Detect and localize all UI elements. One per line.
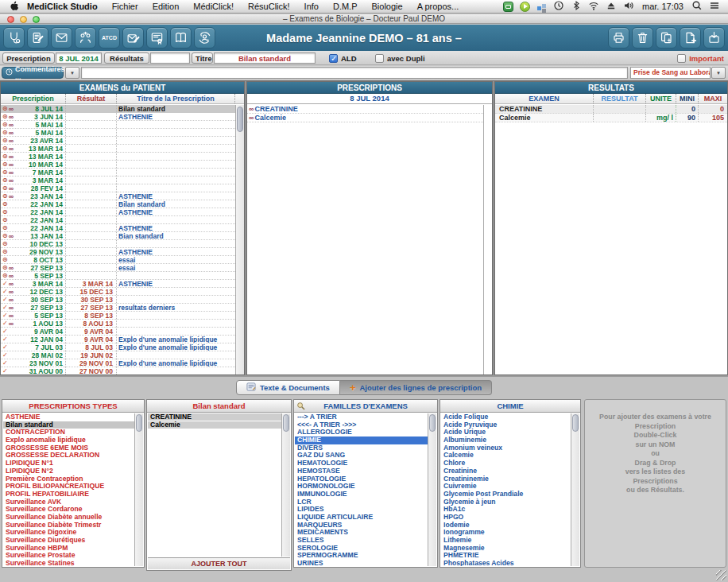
chimie-exam-item[interactable]: Calcemie xyxy=(441,452,571,460)
examen-row[interactable]: ✓12 JAN 049 AVR 04Explo d'une anomalie l… xyxy=(1,336,235,343)
time-machine-icon[interactable] xyxy=(553,0,564,13)
certificate-button[interactable] xyxy=(146,27,168,48)
prescription-type-item[interactable]: Surveillance Cordarone xyxy=(3,506,134,514)
examen-row[interactable]: ⊙∞10 MAR 14 xyxy=(1,161,235,169)
examen-row[interactable]: ⊙∞5 MAI 14 xyxy=(1,121,235,129)
examen-row[interactable]: ⊙22 JAN 14ASTHENIE xyxy=(1,208,235,216)
examen-row[interactable]: ⊙∞5 SEP 13 xyxy=(1,272,235,280)
prescription-type-item[interactable]: PROFIL HÉPATOBILIAIRE xyxy=(3,491,134,499)
comment-input[interactable] xyxy=(81,67,628,79)
prescription-type-item[interactable]: CONTRACEPTION xyxy=(3,429,134,436)
sampling-location-field[interactable]: Prise de Sang au Laboratoire xyxy=(630,67,711,79)
examen-row[interactable]: ⊙∞23 JAN 14ASTHENIE xyxy=(1,192,235,200)
menu-m-diclick[interactable]: MédiClick! xyxy=(186,2,241,11)
menu-mediclick-studio[interactable]: MediClick Studio xyxy=(25,2,105,11)
prescription-label-button[interactable]: Prescription : xyxy=(2,52,55,64)
trash-button[interactable] xyxy=(632,27,653,48)
bluetooth-icon[interactable] xyxy=(571,0,582,13)
prescription-type-item[interactable]: GROSSESSE 6EME MOIS xyxy=(3,444,134,452)
sampling-dropdown-button[interactable]: ▼ xyxy=(711,67,726,79)
search-icon[interactable] xyxy=(296,402,305,413)
chimie-exam-item[interactable]: Lithemie xyxy=(441,537,571,545)
spotlight-icon[interactable] xyxy=(691,0,703,13)
examen-row[interactable]: ⊙∞13 MAR 14 xyxy=(1,153,235,161)
menu-clock[interactable]: mar. 17:03 xyxy=(641,2,685,11)
examen-row[interactable]: ⊙∞3 MAR 14 xyxy=(1,177,235,184)
prescription-type-item[interactable]: Surveillance Diabète Trimestr xyxy=(3,522,134,530)
menu-edition[interactable]: Edition xyxy=(145,2,187,11)
examen-row[interactable]: ⊙10 DEC 13 xyxy=(1,240,235,248)
import-document-button[interactable] xyxy=(703,27,725,48)
examen-row[interactable]: ⊙∞7 MAR 14 xyxy=(1,169,235,177)
examen-row[interactable]: ⊙∞8 JUL 14Bilan standard xyxy=(1,105,235,113)
examen-row[interactable]: ⊙∞13 MAR 14 xyxy=(1,145,235,153)
prescriptions-scrollbar[interactable] xyxy=(483,105,492,374)
examen-row[interactable]: ⊙∞13 JAN 14Bian standard xyxy=(1,232,235,240)
chimie-exam-item[interactable]: Cuivremie xyxy=(441,483,571,491)
chimie-exam-item[interactable]: Iodemie xyxy=(441,522,571,530)
famille-item[interactable]: DIVERS xyxy=(295,444,428,452)
prescription-date-field[interactable]: 8 JUL 2014 xyxy=(56,52,102,64)
famille-item[interactable]: URINES xyxy=(295,560,428,566)
famille-item[interactable]: ALLERGOLOGIE xyxy=(295,429,428,436)
wifi-icon[interactable] xyxy=(588,0,599,13)
commentaires-button[interactable]: Commentaires ... xyxy=(2,67,64,79)
examen-row[interactable]: ✓9 AVR 049 AVR 04 xyxy=(1,328,235,336)
bilan-exam-item[interactable]: Calcemie xyxy=(148,421,281,429)
chimie-scrollbar-thumb[interactable] xyxy=(572,414,579,432)
chimie-exam-item[interactable]: HbA1c xyxy=(441,506,571,514)
col-resultat2[interactable]: RESULTAT xyxy=(594,94,646,103)
famille-item[interactable]: HEPATOLOGIE xyxy=(295,475,428,483)
prescription-type-item[interactable]: Surveillance Diurétiques xyxy=(3,537,134,545)
col-examen[interactable]: EXAMEN xyxy=(495,94,594,103)
avec-dupli-checkbox[interactable]: avec Dupli xyxy=(375,52,425,64)
examen-row[interactable]: ✓∞30 SEP 1330 SEP 13 xyxy=(1,296,235,304)
titre-field[interactable]: Bilan standard xyxy=(214,52,316,64)
zoom-window-button[interactable] xyxy=(33,16,40,23)
close-window-button[interactable] xyxy=(7,16,14,23)
prescription-type-item[interactable]: LIPIDIQUE N°1 xyxy=(3,460,134,468)
examen-row[interactable]: ⊙∞28 FEV 14 xyxy=(1,184,235,192)
chimie-exam-item[interactable]: Glycemie à jeun xyxy=(441,499,571,506)
prescription-item[interactable]: ∞CREATININE xyxy=(247,105,483,114)
resultats-label-button[interactable]: Résultats : xyxy=(104,52,149,64)
tab-ajouter-lignes[interactable]: + Ajouter des lignes de prescription xyxy=(340,380,492,395)
menu-r-suclick[interactable]: RésuClick! xyxy=(241,2,297,11)
famille-item[interactable]: <<<- A TRIER ->>> xyxy=(295,421,428,429)
famille-item[interactable]: ---> A TRIER xyxy=(295,413,428,421)
examen-row[interactable]: ⊙∞3 JUN 14ASTHENIE xyxy=(1,113,235,121)
chimie-exam-item[interactable]: Phosphatases Acides xyxy=(441,560,571,566)
prescription-type-item[interactable]: GROSSESSE DÉCLARATION xyxy=(3,452,134,460)
famille-item[interactable]: MARQUEURS xyxy=(295,522,428,530)
famille-item[interactable]: IMMUNOLOGIE xyxy=(295,491,428,499)
menu-d-m-p[interactable]: D.M.P xyxy=(326,2,365,11)
famille-item[interactable]: CHIMIE xyxy=(295,436,428,444)
atcd-button[interactable]: ATCD xyxy=(99,27,120,48)
app-play-icon[interactable] xyxy=(520,2,530,12)
bilan-scrollbar[interactable] xyxy=(281,413,290,557)
col-prescription[interactable]: Prescription xyxy=(1,94,66,103)
famille-item[interactable]: SPERMOGRAMME xyxy=(295,552,428,560)
prescription-type-item[interactable]: LIPIDIQUE N°2 xyxy=(3,468,134,475)
mail-button[interactable] xyxy=(51,27,72,48)
prescription-type-item[interactable]: Surveillance HBPM xyxy=(3,545,134,553)
sync-contacts-button[interactable] xyxy=(194,27,215,48)
examen-row[interactable]: ✓∞27 SEP 1327 SEP 13resultats derniers xyxy=(1,304,235,312)
types-scrollbar-thumb[interactable] xyxy=(136,414,142,432)
chimie-exam-item[interactable]: Amonium veineux xyxy=(441,444,571,452)
examen-row[interactable]: ✓∞3 MAR 143 MAR 14ASTHENIE xyxy=(1,280,235,288)
book-button[interactable] xyxy=(170,27,192,48)
titre-label-button[interactable]: Titre xyxy=(192,52,213,64)
chimie-exam-item[interactable]: PHMETRIE xyxy=(441,552,571,560)
famille-item[interactable]: SEROLOGIE xyxy=(295,545,428,553)
avec-dupli-checkbox-box[interactable] xyxy=(375,54,384,63)
famille-item[interactable]: LIQUIDE ARTICULAIRE xyxy=(295,514,428,522)
prescription-type-item[interactable]: Surveillance Prostate xyxy=(3,552,134,560)
new-document-button[interactable] xyxy=(680,27,701,48)
tab-texte-documents[interactable]: Texte & Documents xyxy=(236,380,340,395)
resultats-date-field[interactable] xyxy=(150,52,190,64)
ald-checkbox[interactable]: ALD xyxy=(329,52,357,64)
chimie-exam-item[interactable]: HPGO xyxy=(441,514,571,522)
col-titre[interactable]: Titre de la Prescription xyxy=(117,94,235,103)
examen-row[interactable]: ✓28 MAI 0219 JUN 02 xyxy=(1,351,235,359)
